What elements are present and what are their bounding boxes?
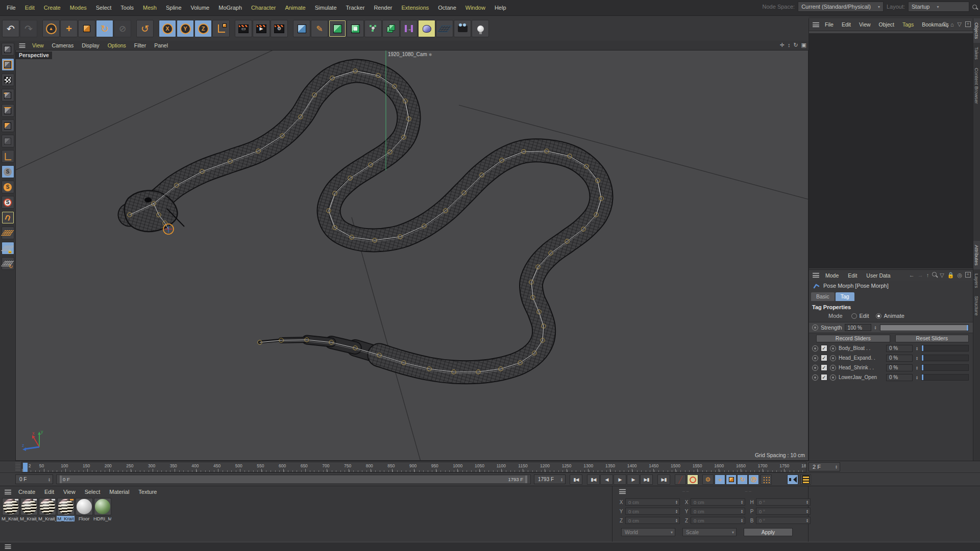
coord-value-field[interactable]: 0 cm▴▾ <box>691 508 745 515</box>
side-tab-content-browser[interactable]: Content Browser <box>973 64 980 108</box>
om-menu-view[interactable]: View <box>855 21 875 28</box>
scale-mode-dropdown[interactable]: Scale▾ <box>682 528 737 536</box>
om-menu-file[interactable]: File <box>821 21 838 28</box>
subdivision-surface-button[interactable] <box>329 20 346 37</box>
om-menu-object[interactable]: Object <box>875 21 898 28</box>
mode-animate-radio[interactable] <box>876 313 881 319</box>
range-start-stepper[interactable]: ▴▾ <box>47 478 51 482</box>
render-picture-viewer-button[interactable]: ▶ <box>253 20 270 37</box>
key-parameter-toggle[interactable]: Ⓟ <box>748 474 759 485</box>
attr-menu-edit[interactable]: Edit <box>843 272 862 279</box>
morph-value-field[interactable]: 0 % <box>886 364 913 371</box>
up-icon[interactable]: ↑ <box>926 272 929 279</box>
range-end-stepper[interactable]: ▴▾ <box>560 478 564 482</box>
last-tool-button[interactable]: ⊘ <box>114 20 131 37</box>
menu-edit[interactable]: Edit <box>20 5 39 11</box>
goto-start-button[interactable]: ▮◀ <box>570 474 582 485</box>
lock-workplane-button[interactable]: 🔒 <box>2 242 14 255</box>
material-item[interactable]: M_Krait_ <box>20 497 38 521</box>
motion-system-button[interactable] <box>800 474 811 485</box>
coord-value-field[interactable]: 0 cm▴▾ <box>691 498 745 506</box>
add-icon[interactable]: + <box>965 21 971 27</box>
view-label[interactable]: Perspective <box>16 52 52 59</box>
morph-slider-handle[interactable] <box>922 355 923 361</box>
render-settings-button[interactable]: ⚙ <box>271 20 288 37</box>
key-pla-toggle[interactable] <box>761 474 772 485</box>
menu-volume[interactable]: Volume <box>186 5 214 11</box>
key-circle[interactable] <box>830 374 836 381</box>
morph-checkbox[interactable]: ✓ <box>821 355 827 361</box>
menu-modes[interactable]: Modes <box>65 5 91 11</box>
morph-slider-handle[interactable] <box>922 365 923 370</box>
boolean-button[interactable] <box>347 20 364 37</box>
live-selection-tool[interactable]: ▲ <box>42 20 60 37</box>
render-view-button[interactable]: ▭ <box>235 20 252 37</box>
snap-button[interactable]: S <box>2 165 14 178</box>
instance-button[interactable] <box>382 20 400 37</box>
undo-button[interactable]: ↶ <box>2 20 19 37</box>
morph-slider[interactable] <box>921 374 969 381</box>
sound-toggle[interactable] <box>787 474 798 485</box>
coord-value-field[interactable]: 0 °▴▾ <box>756 517 811 524</box>
attributes-menu-icon[interactable] <box>813 273 819 278</box>
scale-tool[interactable] <box>78 20 95 37</box>
node-space-dropdown[interactable]: Current (Standard/Physical)▾ <box>798 2 884 12</box>
key-circle[interactable] <box>812 365 818 371</box>
morph-stepper[interactable]: ▴▾ <box>915 346 919 350</box>
spline-pen-button[interactable]: ✎ <box>311 20 328 37</box>
material-item[interactable]: Floor <box>75 497 93 521</box>
viewport-toggle-icon[interactable]: ▣ <box>801 42 806 48</box>
layout-dropdown[interactable]: Startup▾ <box>908 2 969 12</box>
viewport-rotate-icon[interactable]: ↻ <box>793 42 798 48</box>
menu-tracker[interactable]: Tracker <box>341 5 370 11</box>
morph-slider-handle[interactable] <box>922 374 923 380</box>
morph-value-field[interactable]: 0 % <box>886 345 913 352</box>
viewport-menu-panel[interactable]: Panel <box>150 42 172 48</box>
polygon-mode-button[interactable] <box>2 119 14 132</box>
target-icon[interactable]: ◎ <box>957 272 962 279</box>
snap-settings-button[interactable]: S <box>2 196 14 209</box>
side-tab-structure[interactable]: Structure <box>973 292 980 320</box>
tab-tag[interactable]: Tag <box>836 292 854 301</box>
viewport-menu-view[interactable]: View <box>28 42 48 48</box>
environment-button[interactable] <box>418 20 435 37</box>
rotate-tool[interactable]: ↻ <box>96 20 113 37</box>
menu-file[interactable]: File <box>2 5 20 11</box>
current-frame-stepper[interactable]: ▴▾ <box>835 465 838 469</box>
coord-value-field[interactable]: 0 cm▴▾ <box>625 517 680 524</box>
strength-value-field[interactable]: 100 % <box>845 324 871 331</box>
tab-basic[interactable]: Basic <box>811 292 835 301</box>
enable-axis-button[interactable] <box>2 150 14 163</box>
viewport-menu-icon[interactable] <box>19 43 26 48</box>
morph-slider[interactable] <box>921 364 969 371</box>
menu-render[interactable]: Render <box>369 5 397 11</box>
previous-key-button[interactable]: ▮◀ <box>587 474 600 485</box>
material-menu-edit[interactable]: Edit <box>40 489 59 495</box>
next-frame-button[interactable]: ▶ <box>627 474 640 485</box>
coord-value-field[interactable]: 0 cm▴▾ <box>625 508 680 515</box>
move-tool[interactable]: + <box>60 20 78 37</box>
menu-mograph[interactable]: MoGraph <box>214 5 247 11</box>
material-item[interactable]: M_Krait <box>57 497 75 521</box>
apply-button[interactable]: Apply <box>744 528 793 536</box>
preview-range-inner[interactable] <box>60 475 527 483</box>
preview-range-bar[interactable]: 0 F 1793 F <box>56 474 531 484</box>
material-menu-select[interactable]: Select <box>80 489 105 495</box>
material-menu-icon[interactable] <box>5 489 11 494</box>
material-thumbnail[interactable] <box>57 498 75 515</box>
camera-label[interactable]: 1920_1080_Cam <box>388 52 432 57</box>
rotate-axis-tool[interactable]: ↺ <box>136 20 154 37</box>
magnet-tool-button[interactable]: U <box>2 211 14 224</box>
menu-mesh[interactable]: Mesh <box>138 5 161 11</box>
floor-button[interactable] <box>436 20 453 37</box>
timeline-ruler[interactable]: 5010015020025030035040045050055060065070… <box>21 462 806 472</box>
morph-slider[interactable] <box>921 355 969 361</box>
goto-end-button[interactable]: ▶▮ <box>657 474 670 485</box>
viewport-menu-options[interactable]: Options <box>104 42 130 48</box>
edge-mode-button[interactable] <box>2 104 14 117</box>
viewport-menu-filter[interactable]: Filter <box>130 42 150 48</box>
material-thumbnail[interactable] <box>2 498 19 515</box>
make-editable-button[interactable] <box>2 43 14 56</box>
add-icon[interactable]: + <box>965 272 971 278</box>
reset-sliders-button[interactable]: Reset Sliders <box>895 335 969 342</box>
